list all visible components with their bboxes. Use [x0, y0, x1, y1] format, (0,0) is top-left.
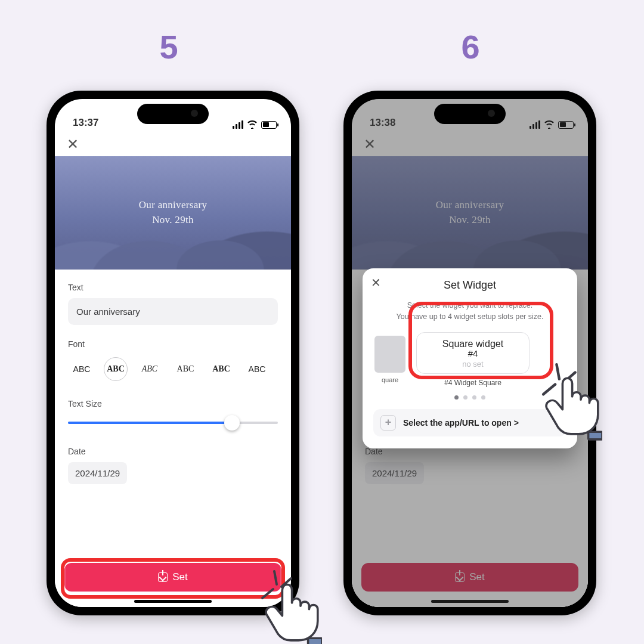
modal-close-button[interactable]: ✕	[371, 275, 381, 290]
widget-preview: Our anniversary Nov. 29th	[55, 156, 291, 270]
phone-step-6: 13:38 ✕ Our anniversary Nov. 29th Text O…	[343, 91, 596, 615]
font-option[interactable]: ABC	[243, 364, 271, 374]
font-option[interactable]: ABC	[172, 364, 199, 374]
close-button[interactable]: ✕	[64, 136, 81, 153]
text-input[interactable]: Our anniversary	[68, 298, 278, 325]
svg-rect-3	[308, 638, 322, 644]
select-app-label: Select the app/URL to open >	[403, 418, 519, 428]
signal-icon	[233, 120, 243, 129]
widget-card-caption: #4 Widget Square	[416, 379, 530, 387]
step-number-6: 6	[453, 27, 489, 66]
widget-thumb-prev[interactable]: quare	[374, 336, 405, 383]
set-widget-modal: ✕ Set Widget Select the widget you want …	[363, 268, 577, 448]
set-button-label: Set	[172, 571, 188, 583]
phone-step-5: 13:37 ✕ Our anniversary Nov. 29th Text O…	[47, 91, 299, 615]
widget-card-status: no set	[423, 360, 523, 369]
modal-title: Set Widget	[373, 279, 566, 292]
text-section-label: Text	[68, 283, 278, 292]
preview-line-1: Our anniversary	[139, 198, 208, 213]
font-option[interactable]: ABC	[208, 364, 235, 374]
font-option-selected[interactable]: ABC	[104, 357, 128, 381]
step-number-5: 5	[151, 27, 187, 66]
widget-thumb-label: quare	[382, 376, 398, 383]
status-time: 13:37	[73, 117, 98, 129]
date-section-label: Date	[68, 447, 278, 456]
notch-icon	[137, 104, 209, 124]
text-size-slider[interactable]	[68, 416, 278, 430]
home-indicator	[134, 600, 212, 603]
wifi-icon	[247, 120, 258, 129]
plus-icon: +	[380, 415, 396, 431]
page-dots[interactable]	[373, 395, 566, 400]
modal-description: Select the widget you want to replace. Y…	[386, 300, 553, 323]
font-picker[interactable]: ABC ABC ABC ABC ABC ABC ABC AB	[68, 355, 278, 385]
notch-icon	[434, 104, 506, 124]
widget-card-sub: #4	[423, 348, 523, 358]
preview-line-2: Nov. 29th	[152, 213, 194, 228]
font-section-label: Font	[68, 339, 278, 349]
text-size-label: Text Size	[68, 399, 278, 408]
download-icon	[158, 572, 168, 582]
battery-icon	[261, 121, 277, 129]
font-option[interactable]: ABC	[68, 364, 95, 374]
font-option[interactable]: ABC	[136, 364, 163, 374]
widget-card[interactable]: Square widget #4 no set #4 Widget Square	[416, 332, 530, 387]
date-field[interactable]: 2024/11/29	[68, 462, 127, 484]
select-app-row[interactable]: + Select the app/URL to open >	[373, 409, 566, 436]
set-button[interactable]: Set	[64, 563, 281, 592]
